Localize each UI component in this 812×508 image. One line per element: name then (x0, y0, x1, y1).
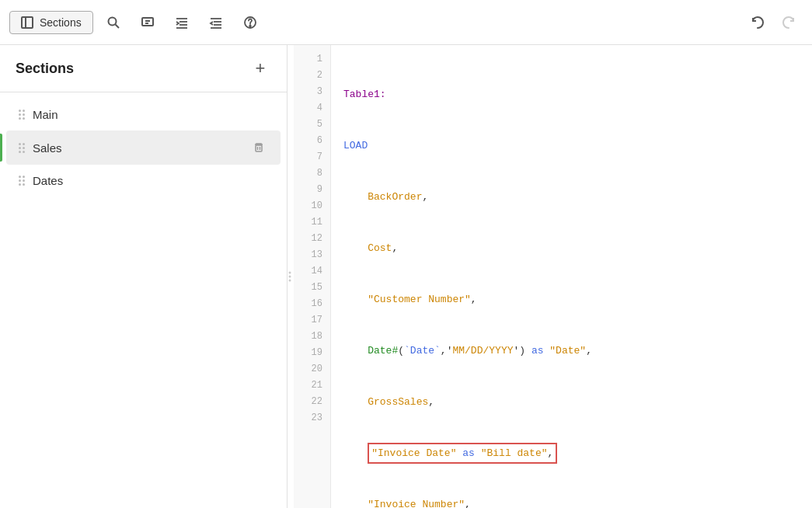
sections-button[interactable]: Sections (9, 11, 93, 34)
drag-handle-sales (19, 143, 25, 153)
main-content: Sections + Main (0, 45, 812, 508)
code-line-9: "Invoice Number", (343, 496, 800, 508)
code-line-7: GrossSales, (343, 394, 800, 410)
code-line-3: BackOrder, (343, 189, 800, 205)
comment-button[interactable] (134, 9, 162, 37)
code-editor[interactable]: 1 2 3 4 5 6 7 8 9 10 11 12 13 14 15 16 1… (294, 45, 812, 508)
sidebar-item-label-main: Main (33, 108, 268, 121)
svg-point-14 (249, 25, 251, 26)
help-icon (243, 16, 257, 30)
toolbar-right (744, 9, 803, 37)
comment-icon (141, 16, 155, 30)
svg-point-0 (108, 17, 116, 25)
sidebar-header: Sections + (0, 45, 287, 92)
indent-button[interactable] (168, 9, 196, 37)
search-button[interactable] (99, 9, 127, 37)
outdent-icon (209, 16, 223, 30)
line-numbers: 1 2 3 4 5 6 7 8 9 10 11 12 13 14 15 16 1… (294, 45, 331, 508)
sections-button-label: Sections (40, 16, 82, 29)
undo-icon (750, 15, 765, 30)
sidebar-title: Sections (16, 61, 74, 77)
code-line-4: Cost, (343, 240, 800, 256)
code-line-6: Date#(`Date`,'MM/DD/YYYY') as "Date", (343, 343, 800, 359)
code-line-1: Table1: (343, 86, 800, 103)
code-line-2: LOAD (343, 137, 800, 154)
search-icon (106, 16, 120, 30)
sections-panel-icon (21, 16, 33, 29)
sidebar-item-dates[interactable]: Dates (6, 166, 281, 195)
sidebar-items-list: Main (0, 92, 287, 508)
code-line-5: "Customer Number", (343, 291, 800, 308)
sidebar-item-sales[interactable]: Sales (6, 130, 281, 165)
redo-button[interactable] (775, 9, 803, 37)
sidebar: Sections + Main (0, 45, 288, 508)
trash-icon (253, 141, 265, 154)
help-button[interactable] (236, 9, 264, 37)
resize-handle[interactable] (288, 45, 294, 508)
toolbar: Sections (0, 0, 812, 45)
outdent-button[interactable] (202, 9, 230, 37)
drag-handle-main (19, 110, 25, 120)
redo-icon (781, 15, 796, 30)
sidebar-item-main[interactable]: Main (6, 100, 281, 129)
add-section-button[interactable]: + (249, 57, 271, 79)
svg-rect-18 (256, 145, 262, 151)
code-content[interactable]: Table1: LOAD BackOrder, Cost, "Customer … (331, 45, 812, 508)
indent-icon (175, 16, 189, 30)
delete-sales-button[interactable] (249, 138, 268, 157)
svg-line-1 (115, 24, 119, 28)
code-line-8: "Invoice Date" as "Bill date", (343, 445, 800, 461)
sidebar-item-label-sales: Sales (33, 141, 249, 155)
svg-point-26 (289, 280, 291, 282)
svg-point-24 (289, 272, 291, 274)
sidebar-item-label-dates: Dates (33, 174, 268, 187)
svg-point-25 (289, 276, 291, 278)
drag-handle-dates (19, 176, 25, 186)
undo-button[interactable] (744, 9, 772, 37)
